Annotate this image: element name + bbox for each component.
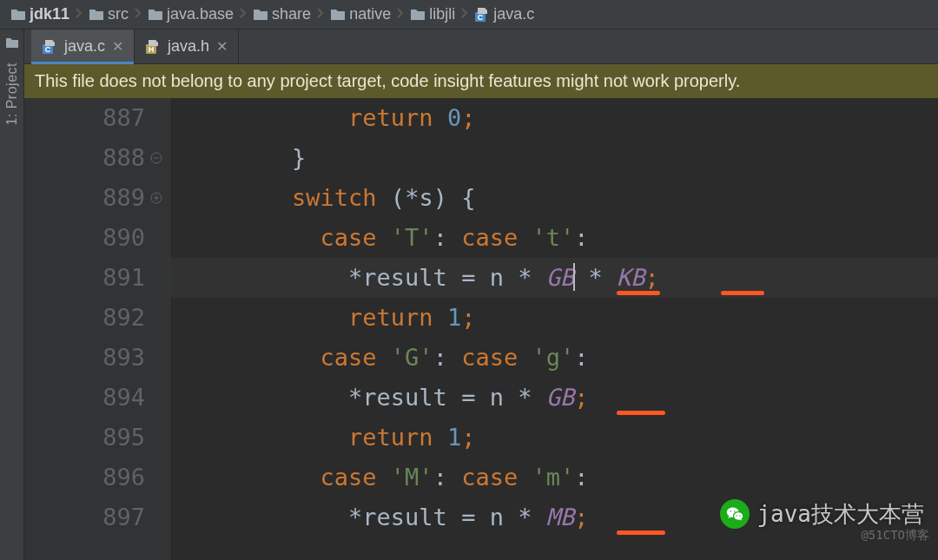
code-line[interactable]: return 1;	[179, 298, 938, 338]
chevron-right-icon	[314, 5, 327, 23]
code-line[interactable]: return 1;	[179, 418, 938, 458]
svg-text:C: C	[478, 13, 484, 22]
line-number[interactable]: 890	[24, 218, 145, 258]
annotation-underline	[617, 411, 665, 415]
code-line[interactable]: return 0;	[179, 98, 938, 138]
wechat-icon	[720, 499, 750, 529]
chevron-right-icon	[459, 5, 471, 23]
tab-label: java.h	[168, 37, 209, 56]
code-line[interactable]: case 'M': case 'm':	[179, 458, 938, 497]
annotation-underline	[617, 530, 665, 535]
line-number[interactable]: 893	[24, 338, 145, 378]
line-number[interactable]: 891	[24, 258, 145, 298]
tab-label: java.c	[64, 37, 105, 56]
code-line[interactable]: }	[179, 138, 938, 178]
chevron-right-icon	[132, 5, 144, 23]
fold-end-icon[interactable]	[149, 150, 164, 166]
breadcrumb: jdk11srcjava.basesharenativelibjliCjava.…	[0, 0, 938, 30]
line-number[interactable]: 897	[24, 497, 145, 537]
breadcrumb-item[interactable]: libjli	[406, 0, 459, 29]
annotation-underline	[617, 291, 660, 295]
notification-banner: This file does not belong to any project…	[24, 64, 938, 98]
code-editor[interactable]: 887888889890891892893894895896897 return…	[24, 98, 938, 560]
gutter: 887888889890891892893894895896897	[24, 98, 170, 560]
close-icon[interactable]: ✕	[112, 38, 123, 55]
h-file-icon: H	[145, 39, 161, 55]
line-number[interactable]: 896	[24, 458, 145, 497]
tool-window-button-project[interactable]: 1: Project	[4, 57, 20, 131]
folder-icon	[89, 8, 104, 21]
breadcrumb-label: libjli	[429, 5, 455, 23]
line-number[interactable]: 895	[24, 418, 145, 458]
project-folder-icon[interactable]	[5, 36, 19, 52]
code-line[interactable]: *result = n * GB * KB;	[179, 258, 938, 298]
breadcrumb-item[interactable]: jdk11	[7, 0, 73, 29]
c-file-icon: C	[474, 7, 490, 23]
line-number[interactable]: 888	[24, 138, 145, 178]
editor-tabs: Cjava.c✕Hjava.h✕	[24, 30, 938, 64]
breadcrumb-item[interactable]: java.base	[144, 0, 237, 29]
breadcrumb-label: jdk11	[30, 5, 69, 23]
breadcrumb-label: native	[349, 5, 391, 23]
breadcrumb-label: share	[272, 5, 311, 23]
fold-collapse-icon[interactable]	[149, 190, 164, 206]
code-line[interactable]: case 'T': case 't':	[179, 218, 938, 258]
svg-text:C: C	[45, 45, 51, 54]
line-number[interactable]: 887	[24, 98, 145, 138]
code-line[interactable]: switch (*s) {	[179, 178, 938, 218]
editor-tab[interactable]: Cjava.c✕	[31, 30, 135, 63]
breadcrumb-item[interactable]: share	[249, 0, 314, 29]
folder-icon	[148, 8, 163, 21]
folder-icon	[330, 8, 346, 21]
breadcrumb-item[interactable]: src	[85, 0, 132, 29]
chevron-right-icon	[394, 5, 406, 23]
tool-window-strip: 1: Project	[0, 30, 24, 560]
folder-icon	[410, 8, 426, 21]
chevron-right-icon	[73, 5, 85, 23]
close-icon[interactable]: ✕	[216, 38, 228, 55]
folder-icon	[253, 8, 268, 21]
code-line[interactable]: *result = n * GB;	[179, 378, 938, 418]
c-file-icon: C	[42, 39, 57, 55]
chevron-right-icon	[237, 5, 249, 23]
breadcrumb-item[interactable]: native	[327, 0, 394, 29]
line-number[interactable]: 894	[24, 378, 145, 418]
breadcrumb-label: java.base	[167, 5, 234, 23]
folder-icon	[10, 8, 26, 21]
code-line[interactable]: case 'G': case 'g':	[179, 338, 938, 378]
code-area[interactable]: return 0; } switch (*s) { case 'T': case…	[170, 98, 938, 560]
image-credit: @51CTO博客	[861, 515, 929, 555]
editor-tab[interactable]: Hjava.h✕	[135, 30, 239, 63]
breadcrumb-label: java.c	[493, 5, 534, 23]
annotation-underline	[721, 291, 764, 295]
breadcrumb-label: src	[108, 5, 129, 23]
svg-text:H: H	[149, 45, 155, 54]
line-number[interactable]: 889	[24, 178, 145, 218]
line-number[interactable]: 892	[24, 298, 145, 338]
breadcrumb-item[interactable]: Cjava.c	[471, 0, 538, 29]
